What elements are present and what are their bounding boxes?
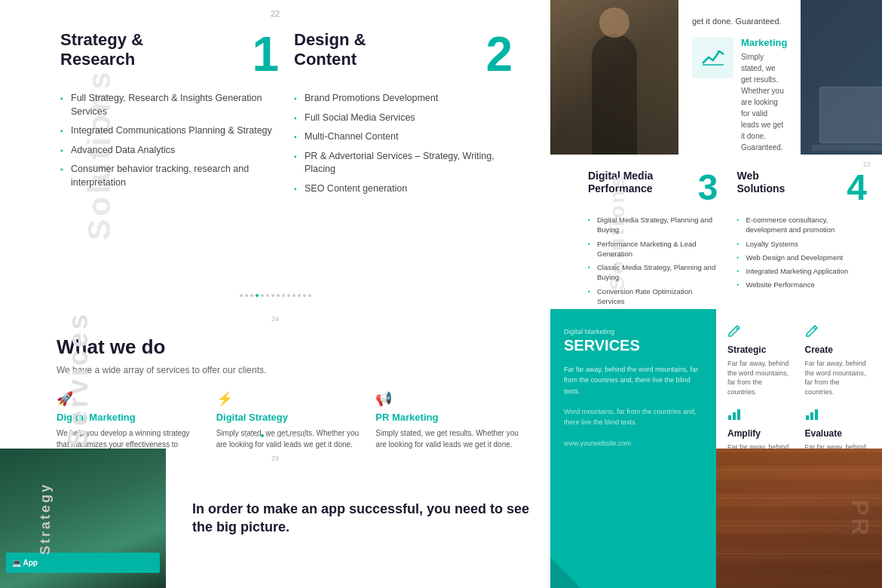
strategy-watermark: Strategy [38, 482, 54, 554]
bullet-item: PR & Advertorial Services – Strategy, Wr… [294, 150, 513, 176]
marketing-photo [550, 0, 678, 155]
bullet-item: Web Design and Development [737, 253, 868, 262]
section1-number: 1 [252, 30, 279, 78]
service-name: PR Marketing [375, 412, 520, 423]
marketing-detail: Marketing Simply stated, we get results.… [741, 37, 787, 153]
svg-rect-2 [733, 412, 736, 420]
bullet-item: Advanced Data Analytics [60, 144, 279, 158]
strategy-photo: 💻 App [0, 449, 166, 588]
corner-decoration [550, 558, 580, 588]
bullet-item: Integrated Marketing Application [737, 266, 868, 276]
marketing-icon-row: Marketing Simply stated, we get results.… [692, 37, 787, 153]
dot [266, 434, 269, 437]
laptop-base [812, 145, 882, 151]
chart-icon [701, 45, 725, 69]
row-line [716, 525, 882, 526]
section2-title: Design &Content [294, 30, 366, 70]
bullet-item: Conversion Rate Optimization Services [588, 286, 718, 307]
bullet-item: E-commerce consultancy, development and … [737, 215, 868, 235]
dot [282, 294, 285, 297]
bar-chart2-icon [805, 408, 871, 424]
dot [271, 294, 274, 297]
strategy-page-num: 29 [271, 455, 279, 462]
ds-title: SERVICES [564, 337, 703, 354]
bullet-item: Consumer behavior tracking, research and… [60, 163, 279, 189]
pencil-icon [727, 324, 794, 341]
bullet-item: Multi-Channel Content [294, 130, 513, 144]
dot [303, 434, 306, 437]
marketing-text-area: get it done. Guaranteed. Marketing Simpl… [678, 0, 801, 155]
web-number: 4 [847, 170, 867, 206]
web-section: WebSolutions 4 E-commerce consultancy, d… [733, 170, 871, 310]
dot-active [256, 294, 259, 297]
what-subtitle: We have a wide array of services to offe… [57, 365, 520, 375]
ds-website: www.yourwebsite.com [564, 439, 703, 447]
footer-dots [0, 288, 550, 303]
bullet-item: Website Performance [737, 280, 868, 289]
section2-header: Design &Content 2 [294, 30, 513, 78]
what-we-do-slide: Services 24 What we do We have a wide ar… [0, 309, 550, 449]
solutions-content: Strategy &Research 1 Full Strategy, Rese… [60, 30, 513, 286]
section2-bullets: Brand Promotions Development Full Social… [294, 92, 513, 195]
digital-number: 3 [698, 170, 718, 206]
bullet-item: Brand Promotions Development [294, 92, 513, 106]
dot [292, 434, 296, 437]
dot [250, 294, 253, 297]
dot [287, 294, 290, 297]
ds-label: Digital Marketing [564, 328, 703, 335]
dot [277, 294, 280, 297]
digital-services-panel: Digital Marketing SERVICES Far far away,… [550, 309, 716, 588]
footer-dots-bottom [0, 429, 550, 443]
digital-web-panel: Solutions 22 Digital MediaPerformance 3 … [550, 155, 882, 309]
chart-icon-box [692, 37, 733, 78]
dot [240, 294, 243, 297]
design-content-section: Design &Content 2 Brand Promotions Devel… [294, 30, 513, 286]
dot [292, 294, 296, 297]
dot [298, 434, 301, 437]
service-name: Digital Strategy [216, 412, 361, 423]
bullet-item: Loyalty Systems [737, 239, 868, 249]
dot [245, 294, 248, 297]
marketing-desc: Simply stated, we get results. Whether y… [741, 51, 787, 153]
ds-extra: Word mountains, far from the countries a… [564, 407, 703, 427]
marketing-photo2 [801, 0, 882, 155]
section2-number: 2 [485, 30, 513, 78]
dot [308, 294, 311, 297]
bullet-item: Full Strategy, Research & Insights Gener… [60, 92, 279, 118]
row-line [716, 553, 882, 554]
svg-rect-5 [810, 412, 813, 420]
solutions-slide: Solutions 22 Strategy &Research 1 Full S… [0, 0, 550, 309]
quad-label: Create [805, 345, 871, 355]
strategy-text-content: In order to make an app successful, you … [166, 449, 550, 588]
page-number: 22 [271, 9, 280, 18]
dot [261, 294, 264, 297]
laptop-shape [819, 87, 882, 143]
quad-desc: Far far away, behind the word mountains,… [727, 359, 794, 397]
ds-body: Far far away, behind the word mountains,… [564, 364, 703, 397]
dot [271, 434, 274, 437]
marketing-tagline: get it done. Guaranteed. [692, 15, 787, 28]
strategy-text-overlay: 💻 App [6, 553, 160, 573]
quad-panel: Strategic Far far away, behind the word … [716, 309, 882, 449]
web-header: WebSolutions 4 [737, 170, 868, 206]
bar-chart-icon [727, 408, 794, 424]
quad-item-strategic: Strategic Far far away, behind the word … [727, 324, 794, 397]
pr-watermark: PR [845, 499, 873, 537]
megaphone-icon: 📢 [375, 390, 520, 407]
svg-rect-4 [806, 415, 809, 420]
quad-item-create: Create Far far away, behind the word mou… [805, 324, 871, 397]
dot [266, 294, 269, 297]
what-title: What we do [57, 335, 520, 359]
quad-label: Strategic [727, 345, 794, 355]
marketing-panel: get it done. Guaranteed. Marketing Simpl… [550, 0, 882, 155]
dot [287, 434, 290, 437]
strategy-heading: In order to make an app successful, you … [192, 501, 539, 536]
bullet-item: Digital Media Strategy, Planning and Buy… [588, 215, 718, 235]
svg-rect-3 [737, 409, 740, 420]
pencil2-icon [805, 324, 871, 341]
bullet-item: Integrated Communications Planning & Str… [60, 124, 279, 138]
quad-desc: Far far away, behind the word mountains,… [805, 359, 871, 397]
marketing-label: Marketing [741, 37, 787, 48]
overlay-icon: 💻 App [12, 559, 154, 567]
section1-title: Strategy &Research [60, 30, 143, 70]
